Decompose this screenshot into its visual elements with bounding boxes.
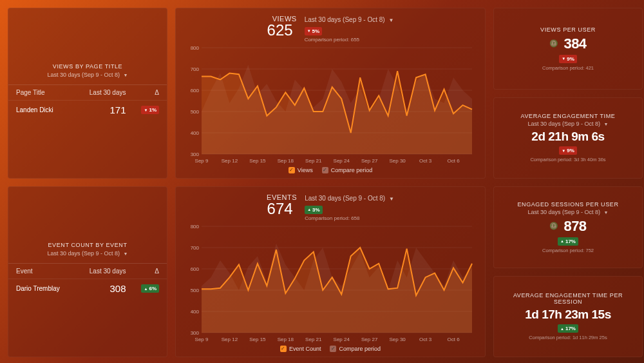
- legend-item-event-count[interactable]: ✓ Event Count: [280, 346, 321, 352]
- svg-text:400: 400: [191, 309, 200, 315]
- stat-value: 2d 21h 9m 6s: [531, 130, 604, 144]
- chevron-down-icon: ▼: [124, 251, 128, 256]
- svg-text:700: 700: [191, 66, 200, 72]
- delta-badge: ▲ 6%: [141, 284, 159, 293]
- col-last-30: Last 30 days: [71, 85, 134, 101]
- delta-badge: ▲ 3%: [305, 206, 323, 214]
- comparison-text: Comparison period: 655: [305, 37, 394, 43]
- date-range-selector[interactable]: Last 30 days (Sep 9 - Oct 8) ▼: [16, 250, 159, 257]
- stat-value: 878: [564, 218, 586, 235]
- svg-text:Sep 9: Sep 9: [195, 337, 209, 342]
- svg-text:800: 800: [191, 224, 200, 230]
- stat-value: 384: [564, 35, 586, 52]
- checkbox-icon: ✓: [322, 167, 328, 173]
- events-chart: 300400500600700800Sep 9Sep 12Sep 15Sep 1…: [185, 224, 476, 343]
- avg-engagement-time-per-session-card: AVERAGE ENGAGEMENT TIME PER SESSION 1d 1…: [493, 276, 643, 358]
- date-range-label: Last 30 days (Sep 9 - Oct 8): [47, 72, 120, 78]
- delta-badge: ▼ 9%: [559, 146, 577, 155]
- delta-badge: ▼ 1%: [141, 106, 159, 114]
- date-range-selector[interactable]: Last 30 days (Sep 9 - Oct 8) ▼: [305, 195, 394, 202]
- svg-text:Sep 24: Sep 24: [334, 158, 350, 164]
- comparison-text: Comparison period: 1d 11h 29m 25s: [529, 335, 607, 340]
- legend-item-compare[interactable]: ✓ Compare period: [322, 167, 373, 173]
- date-range-selector[interactable]: Last 30 days (Sep 9 - Oct 8) ▼: [16, 72, 159, 78]
- date-range-label: Last 30 days (Sep 9 - Oct 8): [527, 121, 600, 127]
- svg-text:Sep 18: Sep 18: [278, 337, 294, 342]
- svg-text:Sep 15: Sep 15: [249, 337, 266, 342]
- col-page-title: Page Title: [8, 85, 71, 101]
- date-range-label: Last 30 days (Sep 9 - Oct 8): [527, 209, 600, 215]
- chevron-down-icon: ▼: [389, 196, 394, 202]
- views-chart-card: VIEWS 625 Last 30 days (Sep 9 - Oct 8) ▼…: [175, 8, 486, 179]
- comparison-text: Comparison period: 752: [542, 248, 594, 253]
- checkbox-icon: ✓: [280, 346, 287, 352]
- svg-text:Sep 9: Sep 9: [195, 158, 209, 164]
- card-title: AVERAGE ENGAGEMENT TIME: [521, 113, 616, 119]
- col-delta: Δ: [133, 85, 167, 101]
- svg-text:Sep 18: Sep 18: [278, 158, 294, 164]
- col-event: Event: [8, 264, 75, 279]
- chevron-down-icon: ▼: [604, 122, 609, 126]
- legend-item-views[interactable]: ✓ Views: [289, 167, 313, 173]
- svg-text:600: 600: [191, 266, 200, 272]
- delta-badge: ▼ 5%: [305, 27, 323, 35]
- stat-value: 1d 17h 23m 15s: [525, 308, 611, 322]
- delta-badge: ▲ 17%: [558, 324, 578, 333]
- svg-text:Sep 12: Sep 12: [222, 337, 238, 342]
- chart-legend: ✓ Views ✓ Compare period: [185, 167, 476, 173]
- checkbox-icon: ✓: [330, 346, 336, 352]
- row-value: 308: [75, 279, 133, 299]
- card-title: VIEWS PER USER: [540, 26, 596, 33]
- chart-value: 674: [267, 200, 293, 218]
- delta-badge: ▲ 17%: [558, 237, 578, 246]
- svg-text:Sep 30: Sep 30: [389, 337, 406, 342]
- comparison-text: Comparison period: 421: [542, 65, 594, 71]
- chevron-down-icon: ▼: [124, 73, 128, 77]
- card-title: EVENT COUNT BY EVENT: [16, 242, 159, 248]
- date-range-label: Last 30 days (Sep 9 - Oct 8): [47, 250, 120, 257]
- svg-text:Sep 30: Sep 30: [389, 158, 406, 164]
- svg-text:300: 300: [191, 330, 200, 336]
- svg-text:600: 600: [191, 88, 200, 93]
- svg-text:Oct 6: Oct 6: [447, 158, 460, 164]
- date-range-selector[interactable]: Last 30 days (Sep 9 - Oct 8) ▼: [527, 209, 608, 215]
- date-range-selector[interactable]: Last 30 days (Sep 9 - Oct 8) ▼: [527, 121, 608, 127]
- svg-text:Sep 27: Sep 27: [361, 158, 378, 164]
- views-per-user-card: VIEWS PER USER ♎ 384 ▼ 9% Comparison per…: [493, 8, 643, 90]
- comparison-text: Comparison period: 3d 3h 40m 36s: [530, 157, 605, 162]
- svg-text:Sep 21: Sep 21: [305, 158, 322, 164]
- col-last-30: Last 30 days: [75, 264, 133, 279]
- chart-value: 625: [267, 21, 293, 39]
- engaged-sessions-per-user-card: ENGAGED SESSIONS PER USER Last 30 days (…: [493, 186, 643, 268]
- avg-engagement-time-card: AVERAGE ENGAGEMENT TIME Last 30 days (Se…: [493, 97, 643, 179]
- event-count-by-event-card: EVENT COUNT BY EVENT Last 30 days (Sep 9…: [8, 186, 167, 357]
- views-table: Page Title Last 30 days Δ Landen Dicki 1…: [8, 84, 167, 119]
- svg-text:800: 800: [191, 45, 200, 51]
- svg-text:500: 500: [191, 109, 200, 115]
- col-delta: Δ: [133, 264, 167, 279]
- user-icon: ♎: [549, 222, 558, 230]
- svg-text:Sep 27: Sep 27: [361, 337, 378, 342]
- row-name: Dario Tremblay: [8, 279, 75, 299]
- chevron-down-icon: ▼: [388, 17, 393, 23]
- svg-text:700: 700: [191, 245, 200, 251]
- delta-badge: ▼ 9%: [559, 55, 577, 63]
- date-range-selector[interactable]: Last 30 days (Sep 9 - Oct 8) ▼: [305, 16, 394, 23]
- svg-text:Oct 3: Oct 3: [419, 158, 432, 164]
- row-name: Landen Dicki: [8, 101, 71, 120]
- svg-text:300: 300: [191, 152, 200, 157]
- events-table: Event Last 30 days Δ Dario Tremblay 308 …: [8, 263, 167, 298]
- card-title: AVERAGE ENGAGEMENT TIME PER SESSION: [502, 292, 634, 305]
- svg-text:Oct 6: Oct 6: [447, 337, 460, 342]
- svg-text:Oct 3: Oct 3: [419, 337, 432, 342]
- table-row[interactable]: Landen Dicki 171 ▼ 1%: [8, 101, 167, 120]
- checkbox-icon: ✓: [289, 167, 295, 173]
- legend-item-compare[interactable]: ✓ Compare period: [330, 346, 381, 352]
- views-chart: 300400500600700800Sep 9Sep 12Sep 15Sep 1…: [185, 45, 476, 164]
- date-range-label: Last 30 days (Sep 9 - Oct 8): [305, 195, 385, 202]
- row-value: 171: [71, 101, 134, 120]
- svg-text:Sep 21: Sep 21: [305, 337, 322, 342]
- comparison-text: Comparison period: 658: [305, 215, 394, 221]
- table-row[interactable]: Dario Tremblay 308 ▲ 6%: [8, 279, 167, 299]
- chart-legend: ✓ Event Count ✓ Compare period: [185, 346, 476, 352]
